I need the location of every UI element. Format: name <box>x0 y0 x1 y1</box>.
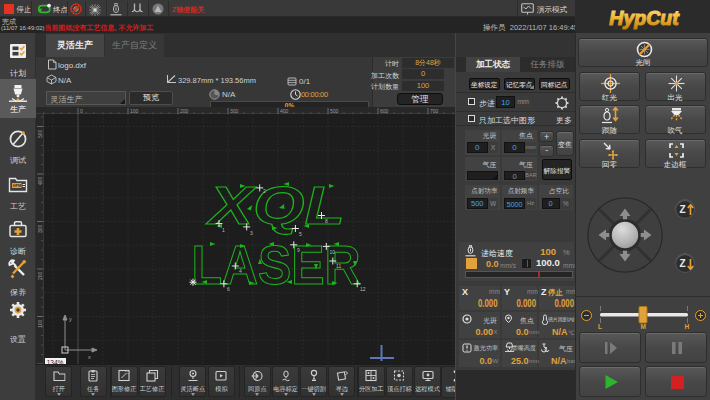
svg-text:12: 12 <box>360 286 366 292</box>
svg-text:H: H <box>685 323 690 329</box>
svg-text:M: M <box>641 323 646 329</box>
svg-text:400: 400 <box>37 176 43 185</box>
svg-text:x: x <box>88 354 91 360</box>
svg-text:3: 3 <box>250 230 253 236</box>
svg-text:500: 500 <box>37 129 43 138</box>
svg-text:9: 9 <box>297 247 300 253</box>
svg-text:100: 100 <box>37 319 43 328</box>
svg-text:4: 4 <box>239 268 242 274</box>
svg-text:200: 200 <box>37 271 43 280</box>
svg-text:2: 2 <box>263 188 266 194</box>
svg-text:10: 10 <box>330 249 336 255</box>
svg-text:6: 6 <box>227 286 230 292</box>
svg-text:8: 8 <box>325 218 328 224</box>
svg-text:XQL: XQL <box>205 175 345 235</box>
svg-text:300: 300 <box>37 224 43 233</box>
svg-text:5: 5 <box>299 231 302 237</box>
svg-text:HPM: HPM <box>13 184 21 188</box>
svg-text:11: 11 <box>336 263 341 269</box>
svg-text:HypCut: HypCut <box>609 7 680 29</box>
svg-text:L: L <box>598 323 602 329</box>
svg-text:1: 1 <box>222 227 225 233</box>
svg-text:y: y <box>69 316 72 322</box>
